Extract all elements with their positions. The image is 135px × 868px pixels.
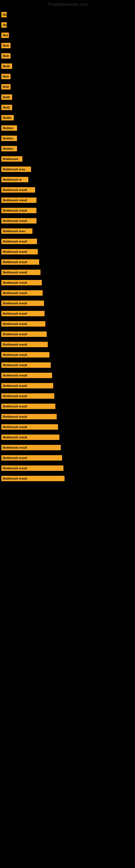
list-item: Bottleneck result [0,311,135,316]
list-item: Bottleneck result [0,465,135,471]
bottleneck-label[interactable]: Bottlen [1,135,17,141]
items-container: BoBoBotBottBottBottlBottBottBottlBottlBo… [0,9,135,489]
list-item: Bottleneck result [0,301,135,306]
list-item: Bott [0,53,135,59]
list-item: Bottlen [0,135,135,141]
bottleneck-label[interactable]: Bottleneck result [1,414,57,420]
bottleneck-label[interactable]: Bottleneck result [1,465,63,471]
bottleneck-label[interactable]: Bott [1,43,10,48]
bottleneck-label[interactable]: Bottleneck result [1,249,38,254]
list-item: Bottleneck result [0,187,135,193]
bottleneck-label[interactable]: Bottleneck resu [1,166,31,172]
bottleneck-label[interactable]: Bottleneck result [1,270,41,275]
list-item: Bottleneck result [0,476,135,481]
list-item: Bottleneck result [0,218,135,223]
list-item: Bo [0,22,135,28]
bottleneck-label[interactable]: Bottleneck result [1,404,55,409]
bottleneck-label[interactable]: Bottleneck result [1,301,44,306]
bottleneck-label[interactable]: Bottleneck result [1,342,48,347]
list-item: Bottleneck result [0,208,135,213]
bottleneck-label[interactable]: Bottl [1,105,12,110]
bottleneck-label[interactable]: Bottle [1,115,14,120]
bottleneck-label[interactable]: Bottleneck result [1,218,37,223]
list-item: Bottleneck result [0,270,135,275]
bottleneck-label[interactable]: Bott [1,74,10,79]
bottleneck-label[interactable]: Bottleneck result [1,455,62,461]
list-item: Bott [0,74,135,79]
bottleneck-label[interactable]: Bottleneck result [1,290,43,296]
bottleneck-label[interactable]: Bo [1,22,7,28]
list-item: Bottl [0,105,135,110]
list-item: Bottlen [0,125,135,131]
bottleneck-label[interactable]: Bottleneck result [1,373,52,378]
bottleneck-label[interactable]: Bottleneck result [1,311,45,316]
list-item: Bottleneck result [0,424,135,430]
list-item: Bottl [0,63,135,69]
bottleneck-label[interactable]: Bott [1,84,10,90]
list-item: Bottleneck result [0,259,135,265]
list-item: Bottleneck result [0,435,135,440]
bottleneck-label[interactable]: Bottleneck result [1,352,49,358]
list-item: Bottleneck [0,156,135,162]
list-item: Bottleneck result [0,321,135,327]
bottleneck-label[interactable]: Bottlen [1,125,17,131]
list-item: Bottleneck resu [0,228,135,234]
list-item: Bottleneck result [0,280,135,285]
bottleneck-label[interactable]: Bottleneck result [1,280,42,285]
list-item: Bottleneck result [0,373,135,378]
list-item: Bottleneck re [0,177,135,182]
bottleneck-label[interactable]: Bot [1,33,9,38]
list-item: Bottleneck result [0,332,135,337]
list-item: Bottleneck result [0,352,135,358]
list-item: Bottleneck result [0,197,135,203]
bottleneck-label[interactable]: Bottleneck result [1,424,58,430]
list-item: Bottleneck resu [0,166,135,172]
bottleneck-label[interactable]: Bott [1,53,10,59]
bottleneck-label[interactable]: Bottleneck re [1,177,28,182]
list-item: Bottleneck result [0,414,135,420]
bottleneck-label[interactable]: Bottleneck [1,156,22,162]
bottleneck-label[interactable]: Bottleneck result [1,362,51,368]
bottleneck-label[interactable]: Bottleneck result [1,259,39,265]
list-item: Bottleneck result [0,290,135,296]
bottleneck-label[interactable]: Bottleneck result [1,187,35,193]
list-item: Bottleneck result [0,393,135,399]
bottleneck-label[interactable]: Bottleneck result [1,208,37,213]
list-item: Bottl [0,94,135,100]
list-item: Bottlen [0,146,135,151]
bottleneck-label[interactable]: Bottleneck result [1,445,61,450]
list-item: Bo [0,12,135,18]
bottleneck-label[interactable]: Bottleneck result [1,383,53,389]
list-item: Bottle [0,115,135,120]
list-item: Bot [0,33,135,38]
bottleneck-label[interactable]: Bottl [1,63,12,69]
bottleneck-label[interactable]: Bottleneck result [1,197,37,203]
bottleneck-label[interactable]: Bottleneck result [1,435,59,440]
list-item: Bottleneck result [0,383,135,389]
list-item: Bottleneck result [0,455,135,461]
bottleneck-label[interactable]: Bottleneck result [1,321,45,327]
bottleneck-label[interactable]: Bottl [1,94,12,100]
bottleneck-label[interactable]: Bottleneck result [1,476,64,481]
bottleneck-label[interactable]: Bottleneck result [1,239,37,244]
list-item: Bottleneck result [0,342,135,347]
list-item: Bott [0,84,135,90]
list-item: Bott [0,43,135,48]
bottleneck-label[interactable]: Bottleneck resu [1,228,32,234]
list-item: Bottleneck result [0,362,135,368]
bottleneck-label[interactable]: Bottleneck result [1,332,47,337]
bottleneck-label[interactable]: Bottleneck result [1,393,54,399]
list-item: Bottleneck result [0,445,135,450]
bottleneck-label[interactable]: Bo [1,12,7,18]
site-title: TheBottlenecker.com [0,0,135,9]
bottleneck-label[interactable]: Bottlen [1,146,17,151]
list-item: Bottleneck result [0,249,135,254]
list-item: Bottleneck result [0,404,135,409]
list-item: Bottleneck result [0,239,135,244]
